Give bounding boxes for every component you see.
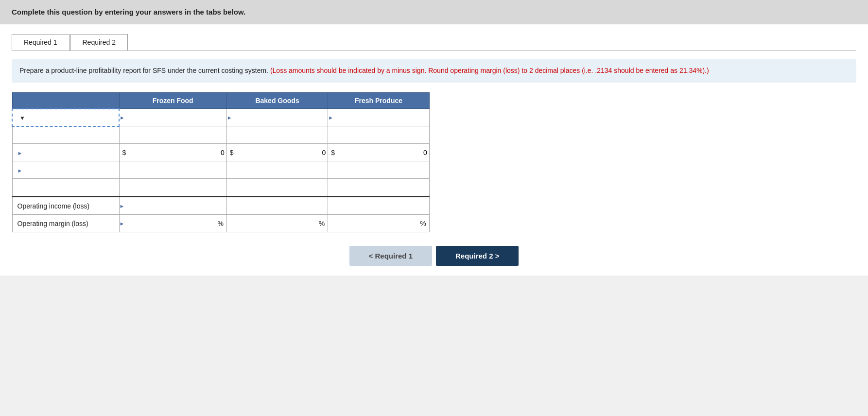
page-header: Complete this question by entering your …	[0, 0, 868, 24]
left-arrow-icon: ►	[120, 221, 126, 226]
percent-suffix: %	[214, 220, 226, 227]
row7-fresh-cell: %	[328, 215, 429, 232]
row7-frozen-cell: ► %	[119, 215, 226, 232]
row5-fresh-input[interactable]	[328, 182, 429, 192]
row6-frozen-cell: ►	[119, 197, 226, 215]
percent-suffix: %	[417, 220, 429, 227]
row3-baked-cell: $	[226, 144, 328, 161]
row5-baked-input[interactable]	[227, 182, 328, 192]
row2-baked-cell	[226, 126, 328, 144]
row5-label	[12, 179, 119, 196]
col-header-baked-goods: Baked Goods	[226, 93, 328, 109]
instructions-red: (Loss amounts should be indicated by a m…	[270, 67, 709, 74]
dollar-prefix: $	[227, 149, 237, 156]
row6-baked-input[interactable]	[227, 201, 328, 211]
row7-frozen-input[interactable]	[125, 219, 214, 228]
row2-fresh-cell	[328, 126, 429, 144]
row4-fresh-cell	[328, 161, 429, 179]
row4-baked-cell	[226, 161, 328, 179]
row6-fresh-cell	[328, 197, 429, 215]
row5-frozen-input[interactable]	[120, 182, 226, 192]
dollar-prefix: $	[120, 149, 129, 156]
left-arrow-icon: ►	[227, 115, 233, 121]
header-instruction: Complete this question by entering your …	[12, 8, 245, 16]
row2-label	[12, 126, 119, 144]
row2-frozen-cell	[119, 126, 226, 144]
table-row: ► $ $	[12, 144, 429, 161]
row7-baked-input[interactable]	[227, 219, 316, 228]
profitability-table: Frozen Food Baked Goods Fresh Produce ▼ …	[12, 92, 430, 232]
instructions-main: Prepare a product-line profitability rep…	[19, 67, 268, 74]
row4-fresh-input[interactable]	[328, 165, 429, 175]
row6-baked-cell	[226, 197, 328, 215]
tab-required1[interactable]: Required 1	[12, 34, 69, 51]
row3-frozen-cell: $	[119, 144, 226, 161]
row5-baked-cell	[226, 179, 328, 196]
left-arrow-icon: ►	[17, 168, 24, 173]
left-arrow-icon: ►	[120, 203, 126, 209]
percent-suffix: %	[316, 220, 328, 227]
left-arrow-icon: ►	[17, 150, 24, 156]
row7-fresh-input[interactable]	[328, 219, 417, 228]
left-arrow-icon: ►	[120, 115, 126, 121]
row1-baked-input[interactable]	[233, 113, 328, 122]
table-row	[12, 126, 429, 144]
row1-baked-cell: ►	[226, 109, 328, 126]
tab-required2[interactable]: Required 2	[70, 34, 128, 51]
col-header-fresh-produce: Fresh Produce	[328, 93, 429, 109]
row4-frozen-cell	[119, 161, 226, 179]
row1-frozen-input[interactable]	[126, 113, 226, 122]
table-container: Frozen Food Baked Goods Fresh Produce ▼ …	[12, 92, 856, 232]
table-row: Operating income (loss) ►	[12, 197, 429, 215]
dollar-prefix: $	[328, 149, 338, 156]
row1-frozen-cell: ►	[119, 109, 226, 126]
row3-frozen-input[interactable]	[129, 148, 226, 157]
left-arrow-icon: ►	[328, 115, 334, 121]
table-row	[12, 179, 429, 196]
row2-baked-input[interactable]	[227, 130, 328, 140]
row3-fresh-cell: $	[328, 144, 429, 161]
table-row: ▼ ► ►	[12, 109, 429, 126]
prev-button[interactable]: < Required 1	[349, 246, 432, 266]
next-button[interactable]: Required 2 >	[436, 246, 519, 266]
dropdown-arrow-icon[interactable]: ▼	[19, 115, 25, 121]
col-header-empty	[12, 93, 119, 109]
col-header-frozen-food: Frozen Food	[119, 93, 226, 109]
row4-baked-input[interactable]	[227, 165, 328, 175]
row1-fresh-cell: ►	[328, 109, 429, 126]
row6-label: Operating income (loss)	[12, 197, 119, 215]
row7-label: Operating margin (loss)	[12, 215, 119, 232]
table-row: Operating margin (loss) ► % %	[12, 215, 429, 232]
row3-baked-input[interactable]	[237, 148, 328, 157]
tabs-container: Required 1 Required 2	[12, 34, 856, 51]
row1-fresh-input[interactable]	[334, 113, 429, 122]
row2-fresh-input[interactable]	[328, 130, 429, 140]
row7-baked-cell: %	[226, 215, 328, 232]
row5-frozen-cell	[119, 179, 226, 196]
row3-label: ►	[12, 144, 119, 161]
row4-label: ►	[12, 161, 119, 179]
row6-fresh-input[interactable]	[328, 201, 429, 211]
nav-buttons: < Required 1 Required 2 >	[12, 246, 856, 266]
row4-frozen-input[interactable]	[120, 165, 226, 175]
row2-frozen-input[interactable]	[120, 130, 226, 140]
row6-frozen-input[interactable]	[125, 201, 226, 211]
table-row: ►	[12, 161, 429, 179]
main-content: Required 1 Required 2 Prepare a product-…	[0, 24, 868, 276]
row1-label: ▼	[12, 109, 119, 126]
instructions-box: Prepare a product-line profitability rep…	[12, 59, 856, 83]
row3-fresh-input[interactable]	[338, 148, 429, 157]
row5-fresh-cell	[328, 179, 429, 196]
